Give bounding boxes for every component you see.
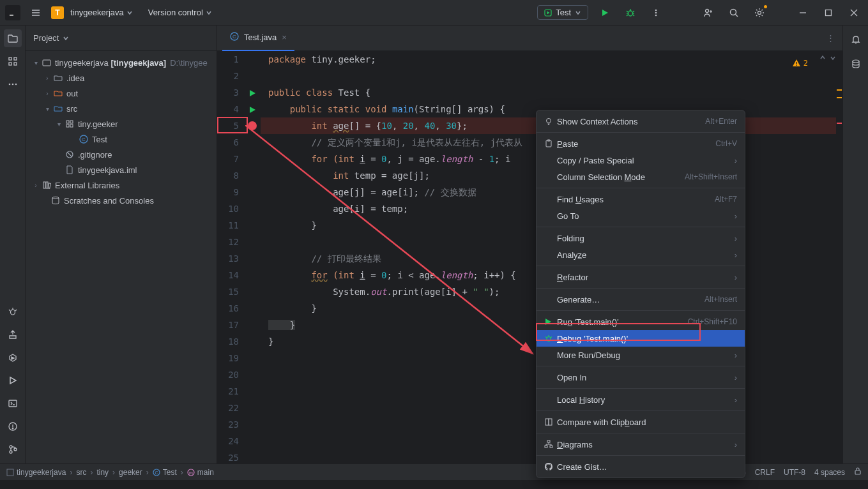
svg-point-33: [15, 84, 17, 86]
inspection-nav[interactable]: [819, 55, 836, 61]
panel-header: Project: [26, 26, 217, 51]
tab-more-button[interactable]: ⋮: [826, 33, 842, 43]
library-icon: [41, 181, 52, 190]
project-tree[interactable]: ▾ tinygeekerjava [tinygeekjava] D:\tinyg…: [26, 51, 217, 212]
crumb-module[interactable]: tinygeekerjava: [6, 468, 66, 477]
titlebar: T tinygeekerjava Version control Test: [0, 0, 868, 26]
menu-paste[interactable]: Paste Ctrl+V: [537, 135, 745, 152]
menu-more-run[interactable]: More Run/Debug›: [537, 347, 745, 363]
terminal-tool-button[interactable]: [4, 395, 22, 412]
maximize-button[interactable]: [819, 4, 837, 22]
build-tool-button[interactable]: [4, 326, 22, 343]
debug-highlight-box: [536, 323, 701, 341]
run-line-icon[interactable]: [248, 103, 257, 119]
tab-test-java[interactable]: C Test.java ×: [222, 26, 294, 51]
gutter-icon-area[interactable]: [245, 51, 261, 463]
structure-tool-button[interactable]: [4, 52, 22, 70]
tree-scratches[interactable]: Scratches and Consoles: [26, 193, 217, 208]
tree-idea[interactable]: › .idea: [26, 70, 217, 86]
project-name: tinygeekerjava: [70, 8, 124, 17]
tree-root[interactable]: ▾ tinygeekerjava [tinygeekjava] D:\tinyg…: [26, 55, 217, 70]
menu-goto[interactable]: Go To›: [537, 207, 745, 224]
tree-external-libs[interactable]: › External Libraries: [26, 177, 217, 193]
crumb-geeker[interactable]: geeker: [119, 468, 142, 477]
run-button[interactable]: [596, 4, 614, 22]
run-config-label: Test: [556, 8, 571, 17]
search-button[interactable]: [725, 4, 743, 22]
editor-body[interactable]: 2 1234 5678 9101112: [217, 51, 842, 463]
menu-separator: [537, 455, 745, 456]
line-separator[interactable]: CRLF: [755, 468, 775, 477]
services-tool-button[interactable]: [4, 349, 22, 366]
more-tool-button[interactable]: [4, 75, 22, 93]
readonly-icon[interactable]: [854, 467, 862, 478]
svg-text:C: C: [82, 137, 86, 142]
menu-refactor[interactable]: Refactor›: [537, 269, 745, 285]
chevron-down-icon[interactable]: [63, 35, 69, 41]
crumb-src[interactable]: src: [76, 468, 86, 477]
notifications-button[interactable]: [847, 31, 865, 49]
warnings-indicator[interactable]: 2: [792, 55, 808, 71]
class-icon: C: [230, 32, 239, 43]
menu-folding[interactable]: Folding›: [537, 230, 745, 246]
debug-button[interactable]: [621, 4, 639, 22]
vcs-selector[interactable]: Version control: [148, 8, 212, 17]
git-tool-button[interactable]: [4, 440, 22, 458]
svg-rect-30: [14, 63, 17, 65]
settings-button[interactable]: [750, 4, 768, 22]
run-config-selector[interactable]: Test: [537, 5, 588, 20]
indent-setting[interactable]: 4 spaces: [814, 468, 845, 477]
menu-column-selection[interactable]: Column Selection ModeAlt+Shift+Insert: [537, 169, 745, 185]
minimize-button[interactable]: [794, 4, 812, 22]
menu-diagrams[interactable]: Diagrams›: [537, 436, 745, 453]
menu-separator: [537, 266, 745, 266]
tree-src[interactable]: ▾ src: [26, 101, 217, 116]
svg-line-11: [633, 15, 634, 16]
vcs-label: Version control: [148, 8, 203, 17]
svg-rect-82: [7, 469, 13, 476]
panel-title: Project: [33, 33, 59, 43]
main-menu-button[interactable]: [27, 4, 45, 22]
tree-test-class[interactable]: C Test: [26, 132, 217, 147]
run-tool-button[interactable]: [4, 372, 22, 389]
menu-open-in[interactable]: Open In›: [537, 369, 745, 386]
tree-iml[interactable]: tinygeekjava.iml: [26, 162, 217, 177]
encoding[interactable]: UTF-8: [784, 468, 805, 477]
problems-tool-button[interactable]: [4, 418, 22, 435]
tree-gitignore[interactable]: .gitignore: [26, 147, 217, 162]
crumb-class[interactable]: CTest: [153, 468, 177, 477]
crumb-tiny[interactable]: tiny: [96, 468, 109, 477]
menu-separator: [537, 410, 745, 411]
menu-compare-clipboard[interactable]: Compare with Clipboard: [537, 414, 745, 430]
crumb-method[interactable]: mmain: [187, 468, 214, 477]
left-toolbar: [0, 26, 26, 463]
more-actions-button[interactable]: [647, 4, 665, 22]
menu-analyze[interactable]: Analyze›: [537, 246, 745, 263]
menu-show-context-actions[interactable]: Show Context Actions Alt+Enter: [537, 113, 745, 130]
tab-close-button[interactable]: ×: [282, 33, 287, 42]
tree-out[interactable]: › out: [26, 86, 217, 101]
menu-copy-paste-special[interactable]: Copy / Paste Special›: [537, 152, 745, 169]
debug-tool-button[interactable]: [4, 303, 22, 320]
app-logo[interactable]: [5, 5, 20, 20]
svg-rect-75: [547, 440, 550, 442]
menu-separator: [537, 288, 745, 289]
menu-separator: [537, 310, 745, 311]
run-line-icon[interactable]: [248, 86, 257, 103]
menu-local-history[interactable]: Local History›: [537, 391, 745, 408]
status-right: 4:45 CRLF UTF-8 4 spaces: [731, 467, 862, 478]
database-button[interactable]: [847, 55, 865, 73]
svg-point-17: [706, 9, 709, 12]
project-selector[interactable]: tinygeekerjava: [70, 8, 133, 17]
editor-area: C Test.java × ⋮ 2: [217, 26, 842, 463]
close-button[interactable]: [845, 4, 863, 22]
tree-package[interactable]: ▾ tiny.geeker: [26, 116, 217, 132]
menu-generate[interactable]: Generate…Alt+Insert: [537, 291, 745, 308]
breakpoint-icon[interactable]: [248, 121, 257, 130]
project-tool-button[interactable]: [4, 29, 22, 47]
code-with-me-button[interactable]: [699, 4, 717, 22]
svg-point-43: [10, 451, 12, 453]
menu-find-usages[interactable]: Find UsagesAlt+F7: [537, 191, 745, 207]
menu-create-gist[interactable]: Create Gist…: [537, 458, 745, 475]
svg-line-8: [627, 11, 628, 12]
